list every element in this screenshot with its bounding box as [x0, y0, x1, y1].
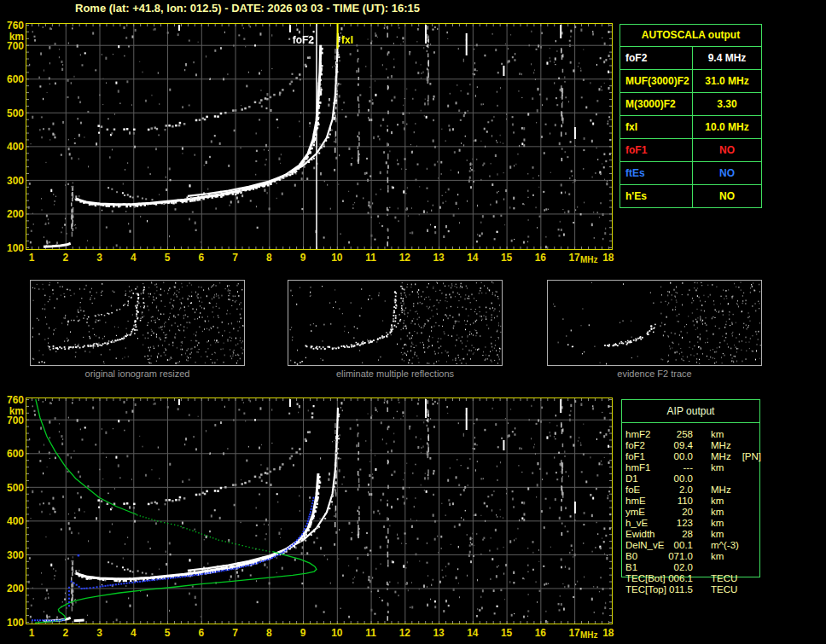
row-value: NO	[693, 139, 761, 161]
thumbnail-caption: eliminate multiple reflections	[288, 368, 503, 379]
fxi-marker-label: fxI	[341, 34, 353, 46]
thumbnail-caption: evidence F2 trace	[547, 368, 762, 379]
aip-unit: MHz	[711, 484, 731, 496]
aip-table-rows: hmF2258kmfoF209.4MHzfoF100.0MHz[PN]hmF1-…	[621, 429, 792, 595]
aip-value: 110	[666, 496, 693, 507]
aip-label: ymE	[621, 507, 666, 518]
y-tick-label: 600	[1, 448, 24, 460]
aip-row: TEC[Top]011.5TECU	[621, 584, 792, 595]
row-value: 10.0 MHz	[693, 116, 761, 138]
y-tick-label: 600	[1, 73, 24, 85]
aip-row: B102.0	[621, 562, 792, 573]
x-tick-label: 13	[433, 252, 444, 264]
x-tick-label: 14	[467, 627, 478, 639]
x-tick-label: 18	[602, 627, 614, 639]
x-tick-label: 12	[399, 252, 410, 264]
thumbnail-original-canvas	[31, 281, 244, 365]
thumbnail-cleaned-canvas	[288, 281, 502, 365]
aip-row: foE2.0MHz	[621, 484, 792, 496]
autoscala-table-rows: foF29.4 MHzMUF(3000)F231.0 MHzM(3000)F23…	[620, 47, 761, 207]
y-tick-label: 300	[1, 175, 24, 187]
y-tick-label: 200	[1, 208, 24, 220]
table-row: foF29.4 MHz	[620, 47, 761, 70]
x-tick-label: 16	[535, 627, 546, 639]
row-value: NO	[693, 185, 761, 207]
aip-unit: km	[711, 518, 724, 529]
x-tick-label: 3	[96, 252, 102, 264]
x-tick-label: 5	[165, 252, 171, 264]
x-axis-unit-label: MHz	[580, 630, 598, 640]
x-tick-label: 5	[165, 627, 171, 639]
aip-value: 00.0	[666, 473, 693, 484]
table-row: foF1NO	[620, 139, 761, 162]
aip-unit: km	[711, 551, 724, 562]
aip-note: [PN]	[742, 451, 761, 462]
aip-row: h_vE123km	[621, 518, 792, 529]
x-tick-label: 1	[29, 627, 35, 639]
row-value: NO	[693, 162, 761, 184]
aip-label: B1	[621, 562, 666, 573]
x-tick-label: 12	[399, 627, 410, 639]
aip-value: 09.4	[666, 440, 693, 451]
y-tick-label: 200	[1, 583, 24, 595]
table-row: h'EsNO	[620, 185, 761, 207]
aip-label: foE	[621, 484, 666, 496]
x-tick-label: 11	[365, 627, 376, 639]
aip-value: 00.1	[666, 540, 693, 551]
x-tick-label: 7	[232, 252, 238, 264]
aip-label: foF2	[621, 440, 666, 451]
aip-unit: km	[711, 429, 724, 440]
row-value: 9.4 MHz	[693, 47, 761, 69]
x-tick-label: 6	[198, 627, 204, 639]
x-tick-label: 8	[266, 252, 272, 264]
x-tick-label: 2	[62, 252, 68, 264]
x-tick-label: 13	[433, 627, 444, 639]
aip-label: DelN_vE	[621, 540, 666, 551]
bottom-ionogram-canvas	[26, 397, 613, 624]
autoscala-table-title: AUTOSCALA output	[620, 25, 761, 47]
y-tick-label: 400	[1, 141, 24, 153]
aip-value: 00.0	[666, 451, 693, 462]
aip-unit: MHz	[711, 440, 731, 451]
x-tick-label: 4	[131, 627, 137, 639]
aip-value: 071.0	[666, 551, 693, 562]
y-axis-unit-label: km	[1, 31, 24, 43]
aip-row: foF209.4MHz	[621, 440, 792, 451]
x-tick-label: 17	[568, 627, 579, 639]
x-axis-unit-label: MHz	[580, 255, 598, 264]
aip-table-title: AIP output	[622, 400, 759, 423]
x-tick-label: 10	[331, 627, 342, 639]
x-tick-label: 15	[501, 252, 512, 264]
x-tick-label: 3	[96, 627, 102, 639]
x-tick-label: 9	[300, 252, 306, 264]
aip-row: B0071.0km	[621, 551, 792, 562]
x-tick-label: 14	[467, 252, 478, 264]
x-tick-label: 1	[29, 252, 35, 264]
aip-unit: TECU	[711, 573, 737, 584]
x-tick-label: 15	[501, 627, 512, 639]
row-value: 31.0 MHz	[693, 70, 761, 92]
row-label: fxI	[620, 116, 693, 138]
thumbnail-original	[30, 280, 245, 366]
x-tick-label: 2	[62, 627, 68, 639]
aip-label: hmE	[621, 496, 666, 507]
x-tick-label: 11	[365, 252, 376, 264]
thumbnail-f2trace-canvas	[548, 281, 761, 365]
aip-row: D100.0	[621, 473, 792, 484]
aip-unit: MHz	[711, 451, 731, 462]
aip-unit: TECU	[711, 584, 737, 595]
x-tick-label: 8	[266, 627, 272, 639]
row-label: foF1	[620, 139, 693, 161]
aip-label: B0	[621, 551, 666, 562]
y-tick-label: 100	[1, 242, 24, 254]
aip-value: 011.5	[666, 584, 693, 595]
x-tick-label: 10	[331, 252, 342, 264]
x-tick-label: 7	[232, 627, 238, 639]
aip-value: 02.0	[666, 562, 693, 573]
aip-row: TEC[Bot]006.1TECU	[621, 573, 792, 584]
table-row: ftEsNO	[620, 162, 761, 185]
aip-value: 123	[666, 518, 693, 529]
row-value: 3.30	[693, 93, 761, 115]
aip-value: 258	[666, 429, 693, 440]
aip-unit: km	[711, 529, 724, 540]
